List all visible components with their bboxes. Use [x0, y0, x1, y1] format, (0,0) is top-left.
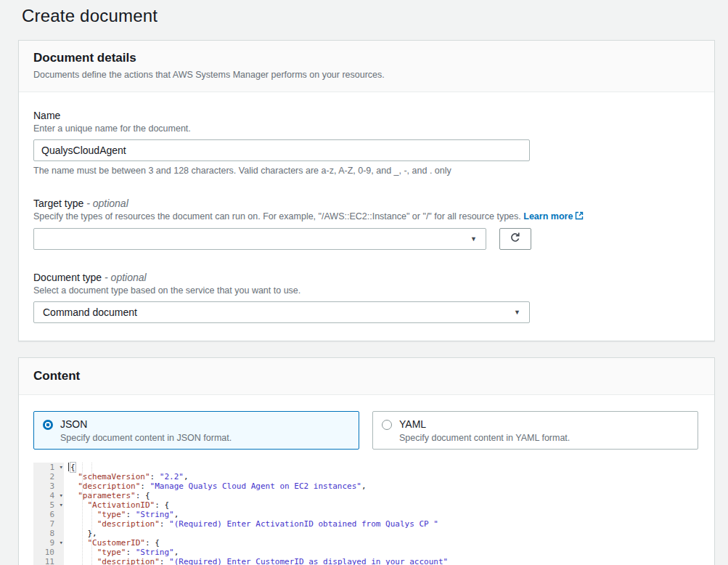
content-header: Content	[19, 358, 714, 395]
document-type-value: Command document	[43, 306, 137, 318]
fold-caret-icon[interactable]: ▾	[60, 538, 63, 548]
name-input[interactable]	[33, 139, 530, 161]
gutter-line-number: 3	[33, 481, 64, 491]
editor-line: 10 "type": "String",	[33, 548, 699, 557]
fold-caret-icon[interactable]: ▾	[60, 491, 63, 500]
document-details-heading: Document details	[33, 51, 700, 65]
fold-caret-icon[interactable]: ▾	[60, 500, 63, 510]
gutter-line-number: 2	[33, 472, 64, 481]
code-line[interactable]: "description": "(Required) Enter Custome…	[64, 557, 699, 565]
content-panel: Content JSON Specify document content in…	[18, 357, 715, 565]
editor-line: 11 "description": "(Required) Enter Cust…	[33, 557, 699, 565]
document-details-description: Documents define the actions that AWS Sy…	[33, 70, 700, 80]
code-line[interactable]: "parameters": {	[64, 491, 699, 500]
json-tile-label: JSON	[60, 418, 232, 430]
content-heading: Content	[33, 369, 700, 383]
target-type-description: Specify the types of resources the docum…	[33, 211, 700, 222]
chevron-down-icon: ▼	[514, 309, 520, 316]
editor-line: 9▾ "CustomerID": {	[33, 538, 699, 548]
yaml-tile-description: Specify document content in YAML format.	[399, 433, 570, 443]
editor-line: 5▾ "ActivationID": {	[33, 500, 699, 510]
editor-line: 6 "type": "String",	[33, 510, 699, 519]
target-type-select[interactable]: ▼	[33, 228, 486, 250]
external-link-icon	[575, 211, 584, 222]
format-tiles: JSON Specify document content in JSON fo…	[33, 411, 700, 450]
editor-line: 2 "schemaVersion": "2.2",	[33, 472, 699, 481]
gutter-line-number: 10	[33, 548, 64, 557]
json-format-tile[interactable]: JSON Specify document content in JSON fo…	[33, 411, 359, 450]
editor-line: 7 "description": "(Required) Enter Activ…	[33, 519, 699, 529]
editor-line: 4▾ "parameters": {	[33, 491, 699, 500]
editor-rows: 1▾{2 "schemaVersion": "2.2",3 "descripti…	[33, 463, 699, 565]
code-line[interactable]: "description": "(Required) Enter Activat…	[64, 519, 699, 529]
yaml-format-tile[interactable]: YAML Specify document content in YAML fo…	[372, 411, 698, 450]
gutter-line-number: 11	[33, 557, 64, 565]
code-line[interactable]: "type": "String",	[64, 510, 699, 519]
document-type-optional: - optional	[105, 272, 147, 283]
code-line[interactable]: "CustomerID": {	[64, 538, 699, 548]
gutter-line-number: 6	[33, 510, 64, 519]
name-description: Enter a unique name for the document.	[33, 123, 700, 134]
page-title: Create document	[0, 0, 728, 26]
gutter-line-number: 7	[33, 519, 64, 529]
name-help: The name must be between 3 and 128 chara…	[33, 166, 700, 176]
editor-line: 8 },	[33, 529, 699, 538]
code-line[interactable]: "ActivationID": {	[64, 500, 699, 510]
editor-line: 1▾{	[33, 463, 699, 472]
editor-line: 3 "description": "Manage Qualys Cloud Ag…	[33, 481, 699, 491]
code-editor[interactable]: 1▾{2 "schemaVersion": "2.2",3 "descripti…	[33, 461, 699, 565]
name-label: Name	[33, 110, 700, 121]
gutter-line-number: 1▾	[33, 463, 64, 472]
refresh-button[interactable]	[499, 228, 531, 250]
json-radio[interactable]	[43, 420, 53, 430]
gutter-line-number: 5▾	[33, 500, 64, 510]
gutter-line-number: 9▾	[33, 538, 64, 548]
text-cursor	[68, 463, 69, 471]
chevron-down-icon: ▼	[470, 236, 477, 243]
fold-caret-icon[interactable]: ▾	[60, 463, 63, 472]
learn-more-link[interactable]: Learn more	[523, 211, 573, 221]
document-details-header: Document details Documents define the ac…	[19, 41, 714, 92]
gutter-line-number: 4▾	[33, 491, 64, 500]
document-details-body: Name Enter a unique name for the documen…	[19, 92, 714, 341]
document-type-label: Document type - optional	[33, 272, 700, 283]
json-tile-description: Specify document content in JSON format.	[60, 433, 232, 443]
document-details-panel: Document details Documents define the ac…	[18, 40, 715, 341]
document-type-select[interactable]: Command document ▼	[33, 301, 530, 323]
code-line[interactable]: },	[64, 529, 699, 538]
code-line[interactable]: "schemaVersion": "2.2",	[64, 472, 699, 481]
code-line[interactable]: {	[64, 463, 699, 472]
content-body: JSON Specify document content in JSON fo…	[19, 395, 714, 565]
yaml-radio[interactable]	[382, 420, 392, 430]
code-line[interactable]: "type": "String",	[64, 548, 699, 557]
yaml-tile-label: YAML	[399, 418, 570, 430]
target-type-label: Target type - optional	[33, 198, 700, 209]
target-type-optional: - optional	[86, 198, 128, 209]
gutter-line-number: 8	[33, 529, 64, 538]
code-line[interactable]: "description": "Manage Qualys Cloud Agen…	[64, 481, 699, 491]
document-type-description: Select a document type based on the serv…	[33, 285, 700, 296]
create-document-page: Create document Document details Documen…	[0, 0, 728, 565]
refresh-icon	[509, 231, 522, 247]
